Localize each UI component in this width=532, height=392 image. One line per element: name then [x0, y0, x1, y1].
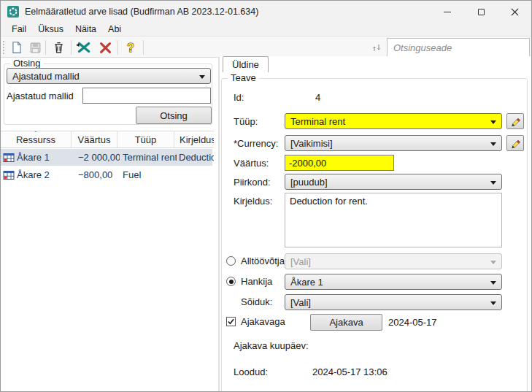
maximize-button[interactable]: [464, 1, 498, 23]
menu-abi[interactable]: Abi: [103, 23, 126, 35]
type-value: Terminal rent: [290, 116, 345, 127]
cell-value: −2 000,00: [74, 152, 120, 163]
up-down-arrows-icon: [373, 43, 382, 53]
currency-label: *Currency:: [234, 138, 278, 149]
tab-label: Üldine: [232, 59, 259, 70]
supplier-value: Åkare 1: [290, 277, 323, 288]
supplier-radio[interactable]: [226, 277, 236, 286]
cell-resource: Åkare 1: [17, 152, 74, 163]
toolbar-separator: [117, 40, 118, 55]
column-header-label: Tüüp: [135, 134, 157, 145]
vehicle-dropdown[interactable]: [Vali]: [285, 294, 502, 310]
search-button-label: Otsing: [160, 110, 188, 121]
help-button[interactable]: ?: [122, 39, 139, 56]
chevron-down-icon: [490, 120, 496, 124]
save-button[interactable]: [26, 39, 44, 56]
value-label: Väärtus:: [234, 158, 269, 169]
menu-naita[interactable]: Näita: [70, 23, 101, 35]
results-header: ˆ Ressurss Väärtus Tüüp Kirjeldus: [1, 131, 214, 148]
close-button[interactable]: [498, 1, 531, 23]
search-button[interactable]: Otsing: [136, 107, 212, 124]
menu-fail[interactable]: Fail: [7, 23, 31, 35]
tab-uldine[interactable]: Üldine: [223, 56, 269, 72]
search-scope-spinner[interactable]: [372, 42, 382, 53]
title-bar: Eelmääratletud arve lisad (Budfirman AB …: [1, 1, 531, 23]
toolbar-grip[interactable]: [3, 41, 4, 54]
type-label: Tüüp:: [234, 116, 258, 127]
vehicle-label: Sõiduk:: [241, 296, 272, 307]
search-panel: Otsing Ajastatud mallid Ajastatud mallid…: [1, 58, 214, 392]
quick-search-input[interactable]: [388, 39, 529, 57]
chevron-down-icon: [490, 261, 496, 264]
maximize-icon: [478, 9, 485, 15]
edit-type-button[interactable]: [506, 113, 524, 129]
sort-asc-icon: ˆ: [35, 131, 37, 137]
panel-splitter[interactable]: [214, 58, 220, 392]
info-group-title: Teave: [228, 72, 259, 84]
menu-bar: Fail Üksus Näita Abi: [1, 23, 531, 36]
schedule-date-value: 2024-05-17: [388, 317, 437, 328]
template-name-label: Ajastatud mallid: [7, 91, 74, 101]
table-row[interactable]: Åkare 2 −800,00 Fuel: [1, 166, 212, 183]
region-label: Piirkond:: [234, 177, 271, 188]
column-header-type[interactable]: Tüüp: [117, 131, 174, 147]
schedule-date-label: Ajakava kuupäev:: [234, 340, 309, 351]
cell-resource: Åkare 2: [17, 169, 74, 180]
trash-icon: [53, 41, 65, 54]
description-label: Kirjeldus:: [234, 196, 272, 207]
region-dropdown[interactable]: [puudub]: [285, 174, 502, 190]
schedule-checkbox[interactable]: [226, 317, 236, 326]
supplier-dropdown[interactable]: Åkare 1: [285, 274, 502, 290]
toolbar-separator: [143, 40, 144, 55]
subcontractor-radio[interactable]: [226, 256, 236, 266]
delete-item-button[interactable]: [50, 39, 67, 56]
template-grid-icon: [3, 153, 15, 163]
chevron-down-icon: [490, 142, 496, 146]
check-icon: [227, 318, 235, 326]
search-category-dropdown[interactable]: Ajastatud mallid: [7, 68, 211, 84]
column-header-resource[interactable]: ˆ Ressurss: [1, 131, 72, 147]
cell-type: Terminal rent: [120, 152, 177, 163]
value-input[interactable]: [285, 155, 394, 171]
subcontractor-label: Alltöövõtja: [241, 255, 285, 266]
remove-button[interactable]: [96, 39, 114, 56]
assign-check-icon: [75, 41, 91, 54]
chevron-down-icon: [490, 281, 496, 285]
close-icon: [511, 8, 519, 16]
schedule-checkbox-label: Ajakavaga: [241, 316, 285, 327]
info-groupbox: Teave Id: 4 Tüüp: Terminal rent *Currenc…: [221, 78, 528, 392]
minimize-button[interactable]: [431, 1, 464, 23]
toolbar-separator: [71, 40, 72, 55]
type-dropdown[interactable]: Terminal rent: [285, 113, 502, 129]
assign-button[interactable]: [74, 39, 92, 56]
column-header-label: Väärtus: [78, 134, 111, 145]
new-item-button[interactable]: [8, 39, 26, 56]
menu-uksus[interactable]: Üksus: [33, 23, 69, 35]
created-label: Loodud:: [234, 366, 268, 377]
edit-currency-button[interactable]: [506, 135, 524, 151]
column-header-value[interactable]: Väärtus: [72, 131, 117, 147]
template-grid-icon: [3, 170, 15, 180]
created-value: 2024-05-17 13:06: [312, 366, 388, 377]
subcontractor-value: [Vali]: [290, 256, 311, 267]
description-textarea[interactable]: [285, 193, 502, 247]
pencil-icon: [509, 115, 521, 127]
region-value: [puudub]: [290, 177, 328, 188]
currency-value: [Vaikimisi]: [290, 138, 333, 149]
toolbar-separator: [45, 40, 46, 55]
column-header-description[interactable]: Kirjeldus: [174, 131, 214, 147]
template-name-input[interactable]: [82, 88, 211, 104]
new-document-icon: [10, 41, 23, 54]
id-value: 4: [315, 92, 320, 103]
chevron-down-icon: [490, 181, 496, 185]
schedule-button-label: Ajakava: [329, 317, 363, 328]
schedule-button[interactable]: Ajakava: [310, 314, 382, 331]
currency-dropdown[interactable]: [Vaikimisi]: [285, 135, 502, 151]
supplier-label: Hankija: [241, 276, 272, 287]
id-label: Id:: [234, 92, 244, 103]
minimize-icon: [444, 12, 451, 12]
help-icon: ?: [125, 41, 136, 54]
column-header-label: Kirjeldus: [180, 134, 214, 145]
table-row[interactable]: Åkare 1 −2 000,00 Terminal rent Deductio…: [1, 149, 212, 166]
svg-text:?: ?: [127, 42, 134, 54]
